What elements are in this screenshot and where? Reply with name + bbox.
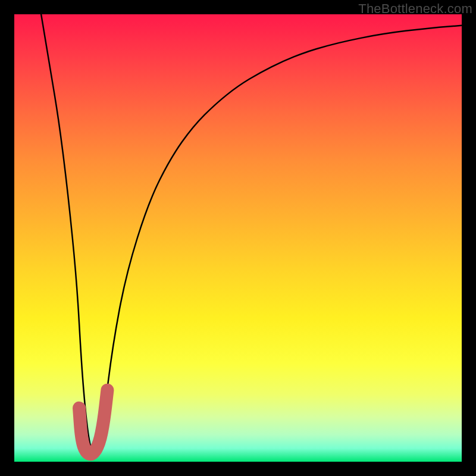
j-marker (79, 390, 107, 454)
plot-area (14, 14, 462, 462)
watermark-text: TheBottleneck.com (358, 1, 472, 17)
chart-svg (14, 14, 462, 462)
chart-frame: TheBottleneck.com (0, 0, 476, 476)
